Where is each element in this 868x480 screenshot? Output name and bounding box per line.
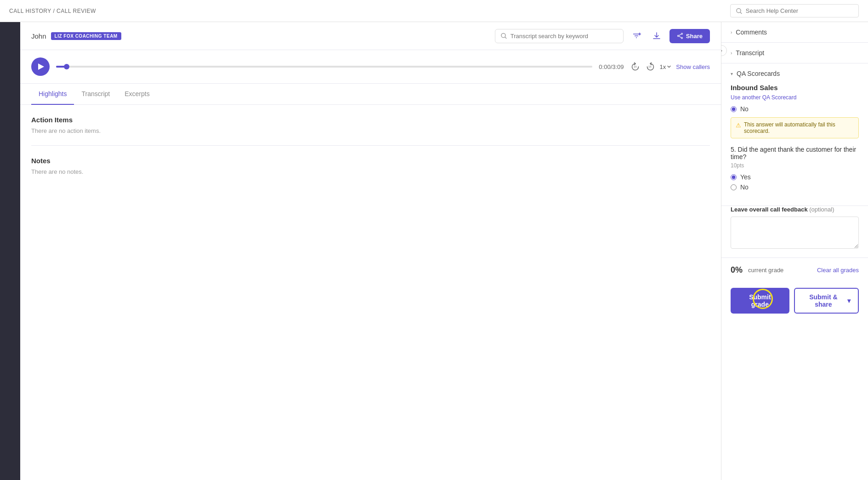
- rewind-15-button[interactable]: 15: [630, 62, 641, 72]
- question-5-radio-group: Yes No: [731, 173, 859, 191]
- team-badge: LIZ FOX COACHING TEAM: [51, 32, 121, 40]
- svg-line-3: [505, 37, 506, 39]
- warning-icon: ⚠: [736, 122, 741, 129]
- top-nav: CALL HISTORY / CALL REVIEW: [0, 0, 868, 22]
- tabs: Highlights Transcript Excerpts: [31, 84, 710, 104]
- add-filter-icon: [632, 31, 641, 40]
- comments-label: Comments: [736, 29, 767, 36]
- feedback-main-label: Leave overall call feedback: [731, 206, 808, 213]
- action-items-empty: There are no action items.: [31, 127, 710, 134]
- progress-thumb: [64, 64, 69, 69]
- transcript-arrow-icon: [731, 51, 732, 56]
- tab-excerpts[interactable]: Excerpts: [117, 84, 157, 105]
- call-header-left: John LIZ FOX COACHING TEAM: [31, 32, 121, 40]
- forward-icon: 15: [645, 62, 655, 72]
- tab-transcript[interactable]: Transcript: [74, 84, 117, 105]
- help-search-input[interactable]: [746, 7, 853, 14]
- play-button[interactable]: [31, 57, 50, 76]
- q5-yes-item: Yes: [731, 173, 859, 181]
- transcript-label: Transcript: [736, 49, 764, 57]
- q5-no-label[interactable]: No: [740, 183, 749, 191]
- tab-content-panel: Action Items There are no action items. …: [20, 105, 721, 480]
- forward-15-button[interactable]: 15: [645, 62, 655, 72]
- grade-percentage: 0%: [731, 265, 743, 275]
- share-button[interactable]: Share: [669, 29, 710, 43]
- q5-yes-input[interactable]: [731, 174, 737, 180]
- play-icon: [38, 63, 44, 70]
- radio-no-input[interactable]: [731, 106, 737, 112]
- radio-no-label[interactable]: No: [740, 105, 749, 113]
- tab-highlights[interactable]: Highlights: [31, 84, 74, 105]
- comments-section: Comments: [721, 22, 868, 43]
- add-filter-button[interactable]: [629, 29, 644, 43]
- left-nav-strip: [0, 22, 20, 480]
- share-label: Share: [686, 33, 703, 40]
- qa-scorecard-name: Inbound Sales: [731, 84, 859, 91]
- feedback-section: Leave overall call feedback (optional): [721, 206, 868, 257]
- search-icon: [736, 8, 742, 14]
- q5-yes-label[interactable]: Yes: [740, 173, 751, 181]
- question-5-text: 5. Did the agent thank the customer for …: [731, 146, 859, 160]
- tab-bar: Highlights Transcript Excerpts: [20, 84, 721, 105]
- fail-radio-group: No: [731, 105, 859, 113]
- svg-text:15: 15: [648, 65, 652, 68]
- time-display: 0:00/3:09: [599, 63, 624, 70]
- center-content: John LIZ FOX COACHING TEAM: [20, 22, 721, 480]
- download-button[interactable]: [649, 29, 664, 43]
- main-layout: John LIZ FOX COACHING TEAM: [0, 22, 868, 480]
- comments-header[interactable]: Comments: [721, 22, 868, 42]
- q5-no-input[interactable]: [731, 184, 737, 190]
- action-buttons: Submit grade Submit & share ▾: [721, 282, 868, 319]
- feedback-label: Leave overall call feedback (optional): [731, 206, 859, 213]
- submit-share-label: Submit & share: [802, 293, 845, 308]
- audio-player: 0:00/3:09 15 15 1x: [20, 50, 721, 84]
- user-name: John: [31, 32, 46, 40]
- qa-arrow-icon: [731, 71, 733, 76]
- svg-point-11: [677, 35, 679, 37]
- help-search-container[interactable]: [730, 4, 859, 17]
- audio-progress[interactable]: [56, 66, 592, 68]
- search-icon: [501, 33, 507, 39]
- q5-no-item: No: [731, 183, 859, 191]
- right-sidebar: › Comments Transcript QA Scorecards Inbo…: [721, 22, 868, 480]
- warning-text: This answer will automatically fail this…: [744, 121, 854, 134]
- submit-share-button[interactable]: Submit & share ▾: [794, 288, 859, 314]
- notes-title: Notes: [31, 157, 710, 165]
- qa-scorecard-content: Inbound Sales Use another QA Scorecard N…: [721, 84, 868, 206]
- clear-grades-button[interactable]: Clear all grades: [817, 267, 859, 274]
- comments-arrow-icon: [731, 30, 732, 35]
- show-callers-button[interactable]: Show callers: [676, 63, 710, 70]
- svg-line-13: [679, 36, 681, 38]
- svg-line-12: [679, 34, 681, 35]
- grade-section: 0% current grade Clear all grades: [721, 257, 868, 282]
- transcript-header[interactable]: Transcript: [721, 43, 868, 63]
- transcript-search-input[interactable]: [511, 33, 618, 40]
- qa-scorecard-header[interactable]: QA Scorecards: [721, 63, 868, 84]
- transcript-section: Transcript: [721, 43, 868, 63]
- submit-share-dropdown-icon: ▾: [847, 297, 851, 304]
- radio-no-item: No: [731, 105, 859, 113]
- change-scorecard-link[interactable]: Use another QA Scorecard: [731, 94, 796, 101]
- svg-line-1: [740, 12, 742, 13]
- feedback-textarea[interactable]: [731, 217, 859, 249]
- player-controls: 15 15 1x Show callers: [630, 62, 710, 72]
- progress-track[interactable]: [56, 66, 592, 68]
- action-items-title: Action Items: [31, 116, 710, 124]
- transcript-search-container[interactable]: [495, 29, 624, 43]
- notes-empty: There are no notes.: [31, 168, 710, 175]
- chevron-down-icon: [667, 64, 671, 69]
- rewind-icon: 15: [630, 62, 641, 72]
- notes-section: Notes There are no notes.: [31, 157, 710, 175]
- submit-grade-button[interactable]: Submit grade: [731, 288, 789, 314]
- question-5-block: 5. Did the agent thank the customer for …: [731, 146, 859, 191]
- call-header: John LIZ FOX COACHING TEAM: [20, 22, 721, 50]
- svg-text:15: 15: [634, 65, 637, 68]
- action-items-section: Action Items There are no action items.: [31, 116, 710, 134]
- warning-box: ⚠ This answer will automatically fail th…: [731, 117, 859, 138]
- call-header-right: Share: [495, 29, 710, 43]
- speed-button[interactable]: 1x: [660, 63, 672, 70]
- qa-scorecard-section: QA Scorecards Inbound Sales Use another …: [721, 63, 868, 206]
- section-divider: [31, 145, 710, 146]
- grade-label: current grade: [748, 267, 783, 274]
- question-5-pts: 10pts: [731, 162, 859, 169]
